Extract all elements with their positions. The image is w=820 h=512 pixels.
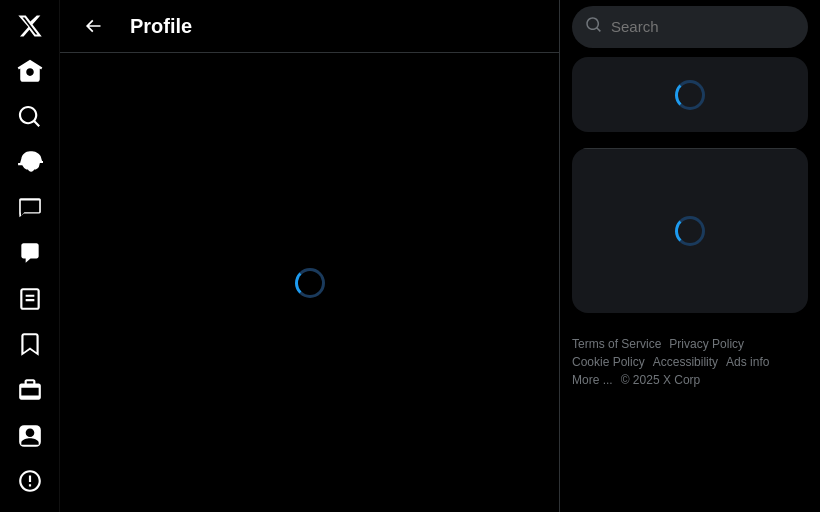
- right-card-top: [572, 57, 808, 132]
- main-header: Profile: [60, 0, 559, 53]
- sidebar-item-home[interactable]: [7, 50, 53, 92]
- search-icon: [17, 104, 43, 130]
- sidebar-item-premium[interactable]: [7, 460, 53, 502]
- sidebar-item-communities[interactable]: [7, 415, 53, 457]
- footer-cookie[interactable]: Cookie Policy: [572, 355, 645, 369]
- loading-spinner-main: [675, 216, 705, 246]
- footer-links: Terms of Service Privacy Policy Cookie P…: [560, 325, 820, 399]
- search-icon: [585, 16, 603, 38]
- sidebar-item-jobs[interactable]: [7, 369, 53, 411]
- bookmark-icon: [17, 331, 43, 357]
- x-logo-icon: [17, 13, 43, 39]
- grok-icon: [17, 240, 43, 266]
- back-arrow-icon: [83, 16, 103, 36]
- search-container: [560, 0, 820, 53]
- page-title: Profile: [130, 15, 192, 38]
- lists-icon: [17, 286, 43, 312]
- left-sidebar: [0, 0, 60, 512]
- footer-copyright: © 2025 X Corp: [621, 373, 701, 387]
- right-card-main: [572, 148, 808, 313]
- right-card-main-body: [572, 148, 808, 313]
- footer-ads[interactable]: Ads info: [726, 355, 769, 369]
- back-button[interactable]: [76, 9, 110, 43]
- bell-icon: [17, 149, 43, 175]
- right-card-top-body: [572, 57, 808, 132]
- sidebar-item-lists[interactable]: [7, 278, 53, 320]
- search-input[interactable]: [611, 18, 795, 35]
- main-content: Profile: [60, 0, 560, 512]
- home-icon: [17, 58, 43, 84]
- footer-privacy[interactable]: Privacy Policy: [669, 337, 744, 351]
- jobs-icon: [17, 377, 43, 403]
- search-bar[interactable]: [572, 6, 808, 48]
- premium-icon: [17, 468, 43, 494]
- messages-icon: [17, 195, 43, 221]
- footer-terms[interactable]: Terms of Service: [572, 337, 661, 351]
- communities-icon: [17, 423, 43, 449]
- x-logo[interactable]: [10, 8, 50, 44]
- footer-accessibility[interactable]: Accessibility: [653, 355, 718, 369]
- sidebar-item-messages[interactable]: [7, 187, 53, 229]
- sidebar-item-bookmarks[interactable]: [7, 324, 53, 366]
- sidebar-item-explore[interactable]: [7, 96, 53, 138]
- sidebar-item-notifications[interactable]: [7, 141, 53, 183]
- loading-spinner-top: [675, 80, 705, 110]
- main-body: [60, 53, 559, 512]
- loading-spinner: [295, 268, 325, 298]
- sidebar-item-grok[interactable]: [7, 232, 53, 274]
- footer-more[interactable]: More ...: [572, 373, 613, 387]
- right-sidebar: Terms of Service Privacy Policy Cookie P…: [560, 0, 820, 512]
